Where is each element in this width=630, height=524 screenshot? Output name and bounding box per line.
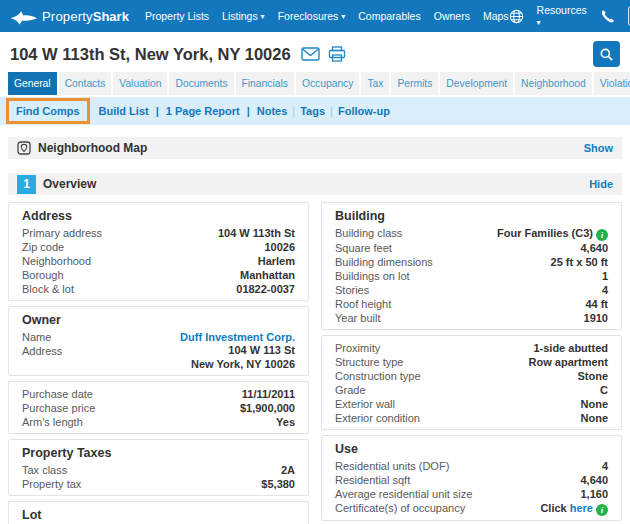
property-taxes-card: Property Taxes Tax class 2A Property tax… xyxy=(8,439,309,496)
purchase-card: Purchase date 11/11/2011 Purchase price … xyxy=(8,381,309,434)
search-button[interactable] xyxy=(593,41,620,67)
tab-development[interactable]: Development xyxy=(440,72,513,95)
table-row: Proximity 1-side abutted xyxy=(335,341,608,355)
info-icon[interactable]: i xyxy=(596,229,608,241)
table-row: Purchase date 11/11/2011 xyxy=(22,387,295,401)
field-value: 10026 xyxy=(264,240,295,254)
card-title: Building xyxy=(335,208,608,224)
table-row: Borough Manhattan xyxy=(22,268,295,282)
separator xyxy=(292,105,295,117)
table-row: Block & lot 01822-0037 xyxy=(22,282,295,296)
table-row: Structure type Row apartment xyxy=(335,355,608,369)
left-column: Address Primary address 104 W 113th St Z… xyxy=(8,202,309,524)
card-title: Lot xyxy=(22,507,295,523)
field-value: 1910 xyxy=(584,311,608,325)
field-value: Yes xyxy=(276,415,295,429)
table-row: Name Duff Investment Corp. xyxy=(22,330,295,344)
print-icon[interactable] xyxy=(328,46,346,62)
owner-address-line1: 104 W 113 St xyxy=(191,344,295,358)
chevron-down-icon: ▾ xyxy=(537,18,541,27)
field-value: None xyxy=(581,411,609,425)
field-value: 44 ft xyxy=(585,297,608,311)
header-right-cluster: Resources ▾ ▾ xyxy=(509,4,630,28)
tab-financials[interactable]: Financials xyxy=(236,72,294,95)
table-row: Purchase price $1,900,000 xyxy=(22,401,295,415)
table-row: Stories 4 xyxy=(335,283,608,297)
field-value: None xyxy=(581,397,609,411)
table-row: Building dimensions 25 ft x 50 ft xyxy=(335,255,608,269)
use-card: Use Residential units (DOF) 4 Residentia… xyxy=(321,435,622,521)
address-card: Address Primary address 104 W 113th St Z… xyxy=(8,202,309,301)
table-row: Neighborhood Harlem xyxy=(22,254,295,268)
owner-card: Owner Name Duff Investment Corp. Address… xyxy=(8,306,309,376)
notes-link[interactable]: Notes xyxy=(257,105,288,117)
field-label: Borough xyxy=(22,268,64,282)
field-value: 1,160 xyxy=(580,487,608,501)
tab-neighborhood[interactable]: Neighborhood xyxy=(515,72,592,95)
phone-icon[interactable] xyxy=(600,9,615,24)
owner-name-link[interactable]: Duff Investment Corp. xyxy=(180,330,295,344)
field-value: Row apartment xyxy=(529,355,608,369)
owner-address-line2: New York, NY 10026 xyxy=(191,358,295,372)
chevron-down-icon: ▾ xyxy=(341,12,345,21)
tab-permits[interactable]: Permits xyxy=(391,72,438,95)
globe-icon[interactable] xyxy=(509,9,524,24)
field-label: Residential sqft xyxy=(335,473,410,487)
field-label: Purchase price xyxy=(22,401,95,415)
table-row: Roof height 44 ft xyxy=(335,297,608,311)
separator xyxy=(330,105,333,117)
field-value: Stone xyxy=(577,369,608,383)
main-nav: Property Lists Listings ▾ Foreclosures ▾… xyxy=(145,10,509,22)
field-label: Grade xyxy=(335,383,366,397)
one-page-report-link[interactable]: 1 Page Report xyxy=(166,105,240,117)
email-icon[interactable] xyxy=(301,47,320,61)
tab-occupancy[interactable]: Occupancy xyxy=(296,72,360,95)
tab-valuation[interactable]: Valuation xyxy=(113,72,167,95)
nav-foreclosures[interactable]: Foreclosures ▾ xyxy=(278,10,346,22)
build-list-link[interactable]: Build List xyxy=(99,105,149,117)
table-row: Address 104 W 113 St New York, NY 10026 xyxy=(22,344,295,371)
certificate-of-occupancy-link[interactable]: here xyxy=(570,502,593,514)
tab-documents[interactable]: Documents xyxy=(169,72,233,95)
field-value: $5,380 xyxy=(261,477,295,491)
property-tabs: General Contacts Valuation Documents Fin… xyxy=(0,72,630,95)
field-label: Building dimensions xyxy=(335,255,433,269)
tags-link[interactable]: Tags xyxy=(300,105,325,117)
quick-actions-bar: Find Comps Build List 1 Page Report Note… xyxy=(0,97,630,125)
field-value: Click herei xyxy=(540,501,608,516)
field-label: Property tax xyxy=(22,477,81,491)
field-value: Four Families (C3)i xyxy=(497,226,608,241)
nav-comparables[interactable]: Comparables xyxy=(358,10,420,22)
field-label: Square feet xyxy=(335,241,392,255)
building-card: Building Building class Four Families (C… xyxy=(321,202,622,330)
resources-menu[interactable]: Resources ▾ xyxy=(537,4,587,28)
nav-property-lists[interactable]: Property Lists xyxy=(145,10,209,22)
find-comps-link[interactable]: Find Comps xyxy=(16,105,80,117)
shark-logo-icon xyxy=(10,7,38,26)
propertyshark-logo[interactable]: PropertyShark xyxy=(10,7,129,26)
nav-owners[interactable]: Owners xyxy=(434,10,470,22)
tab-general[interactable]: General xyxy=(8,72,57,95)
overview-section-bar: 1 Overview Hide xyxy=(8,173,622,195)
field-value: 2A xyxy=(281,463,295,477)
field-value: 1 xyxy=(602,269,608,283)
nav-maps[interactable]: Maps xyxy=(483,10,509,22)
info-icon[interactable]: i xyxy=(596,504,608,516)
nav-listings[interactable]: Listings ▾ xyxy=(222,10,265,22)
table-row: Residential units (DOF) 4 xyxy=(335,459,608,473)
card-title: Owner xyxy=(22,312,295,328)
field-value: 4 xyxy=(602,283,608,297)
show-map-link[interactable]: Show xyxy=(584,142,613,154)
field-label: Buildings on lot xyxy=(335,269,410,283)
hide-overview-link[interactable]: Hide xyxy=(589,178,613,190)
tab-violations[interactable]: Violations xyxy=(594,72,630,95)
field-value: 4 xyxy=(602,459,608,473)
field-label: Building class xyxy=(335,226,402,241)
tab-contacts[interactable]: Contacts xyxy=(59,72,112,95)
section-number-badge: 1 xyxy=(17,175,36,194)
field-label: Block & lot xyxy=(22,282,74,296)
field-value: 4,640 xyxy=(580,473,608,487)
field-value: 4,640 xyxy=(580,241,608,255)
tab-tax[interactable]: Tax xyxy=(361,72,389,95)
follow-up-link[interactable]: Follow-up xyxy=(338,105,390,117)
